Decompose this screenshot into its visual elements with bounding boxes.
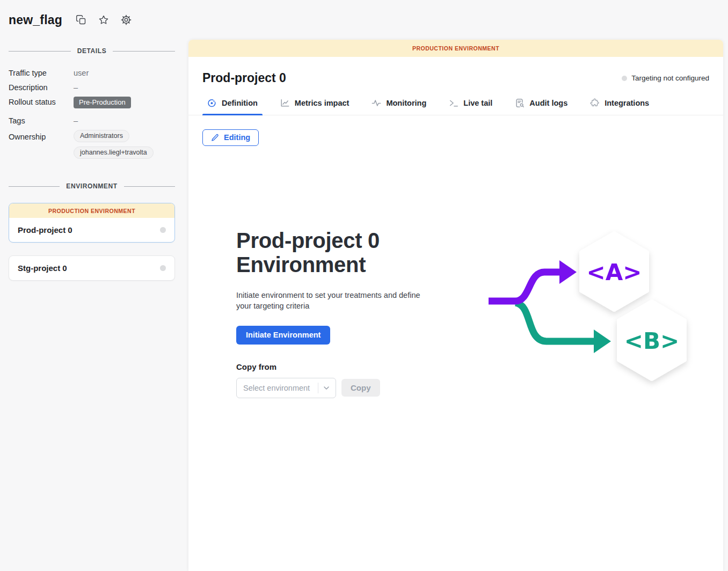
copy-icon[interactable]: [75, 14, 87, 26]
status-dot: [160, 265, 166, 271]
detail-label: Description: [9, 82, 69, 92]
purple-arrowhead: [559, 260, 577, 284]
select-placeholder: Select environment: [243, 384, 318, 392]
tab-definition[interactable]: Definition: [202, 97, 263, 115]
environment-card-stg[interactable]: Stg-project 0: [9, 255, 175, 281]
sidebar: DETAILS Traffic type user Description – …: [0, 40, 188, 571]
hexagon-b: <B>: [618, 301, 685, 379]
hexagon-b-label: <B>: [624, 328, 679, 354]
environment-select[interactable]: Select environment: [236, 378, 336, 398]
production-environment-banner: PRODUCTION ENVIRONMENT: [188, 40, 723, 57]
copy-from-label: Copy from: [236, 362, 462, 371]
detail-label: Rollout status: [9, 97, 69, 106]
initiate-environment-button[interactable]: Initiate Environment: [236, 326, 330, 345]
environment-card-prod[interactable]: PRODUCTION ENVIRONMENT Prod-project 0: [9, 203, 175, 243]
tab-live-tail[interactable]: Live tail: [444, 97, 497, 115]
tags-value: –: [74, 113, 175, 125]
star-icon[interactable]: [98, 14, 110, 26]
chevron-down-icon: [322, 384, 331, 392]
tab-audit-logs[interactable]: Audit logs: [510, 97, 572, 115]
hexagon-a-label: <A>: [587, 259, 642, 286]
purple-branch-line: [489, 272, 560, 301]
pencil-icon: [211, 134, 219, 142]
detail-label: Traffic type: [9, 68, 69, 77]
pulse-icon: [372, 98, 381, 108]
hero-heading: Prod-project 0 Environment: [236, 229, 421, 277]
gear-icon[interactable]: [120, 14, 132, 26]
details-section-header: DETAILS: [9, 47, 175, 55]
main-panel: PRODUCTION ENVIRONMENT Prod-project 0 Ta…: [188, 40, 723, 571]
hexagon-a: <A>: [581, 233, 647, 310]
puzzle-icon: [590, 98, 600, 108]
traffic-type-value: user: [74, 68, 175, 77]
tab-integrations[interactable]: Integrations: [585, 97, 654, 115]
owner-pill[interactable]: johannes.liegl+travolta: [74, 147, 154, 159]
teal-branch-line: [515, 303, 595, 341]
status-dot: [622, 76, 627, 81]
rollout-status-badge: Pre-Production: [74, 97, 131, 108]
document-search-icon: [515, 98, 525, 108]
flag-title: new_flag: [9, 13, 62, 27]
teal-arrowhead: [594, 330, 611, 353]
hero-description: Initiate environment to set your treatme…: [236, 290, 436, 311]
tab-bar: Definition Metrics impact Monitoring Liv…: [188, 97, 723, 115]
details-heading: DETAILS: [77, 47, 107, 55]
page-header: new_flag: [0, 0, 728, 40]
details-grid: Traffic type user Description – Rollout …: [9, 68, 175, 159]
ownership-pills: Administrators johannes.liegl+travolta: [74, 130, 175, 159]
tab-metrics-impact[interactable]: Metrics impact: [275, 97, 354, 115]
copy-button[interactable]: Copy: [341, 379, 380, 397]
detail-label: Tags: [9, 113, 69, 125]
environment-name: Stg-project 0: [18, 263, 67, 273]
targeting-status: Targeting not configured: [622, 74, 709, 82]
production-environment-banner: PRODUCTION ENVIRONMENT: [9, 203, 174, 218]
owner-pill[interactable]: Administrators: [74, 130, 129, 142]
tab-monitoring[interactable]: Monitoring: [367, 97, 431, 115]
description-value: –: [74, 82, 175, 92]
chart-icon: [280, 98, 290, 108]
targeting-status-label: Targeting not configured: [631, 74, 709, 82]
status-dot: [160, 227, 166, 233]
target-edit-icon: [207, 98, 217, 108]
environment-name: Prod-project 0: [18, 225, 72, 235]
detail-label: Ownership: [9, 130, 69, 141]
environment-title: Prod-project 0: [202, 71, 286, 85]
environment-heading: ENVIRONMENT: [66, 182, 117, 190]
editing-button[interactable]: Editing: [202, 129, 259, 146]
terminal-icon: [449, 98, 458, 108]
ab-split-illustration: <A> <B>: [484, 228, 694, 391]
environment-section-header: ENVIRONMENT: [9, 182, 175, 190]
